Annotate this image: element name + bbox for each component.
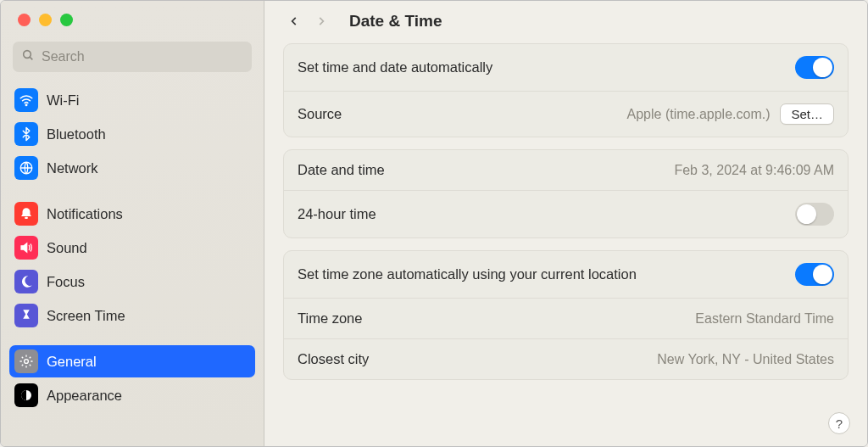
sidebar-item-notifications[interactable]: Notifications	[9, 198, 255, 230]
sidebar-item-label: Screen Time	[47, 308, 125, 324]
sidebar-item-network[interactable]: Network	[9, 152, 255, 184]
time-zone-label: Time zone	[298, 310, 362, 327]
wifi-icon	[14, 88, 38, 112]
row-24-hour: 24-hour time	[284, 190, 848, 237]
sidebar-item-appearance[interactable]: Appearance	[9, 379, 255, 411]
search-input[interactable]	[42, 49, 243, 64]
source-set-button[interactable]: Set…	[780, 103, 834, 125]
close-window-button[interactable]	[18, 14, 31, 26]
search-field[interactable]	[13, 42, 252, 72]
svg-rect-4	[25, 217, 28, 219]
sidebar-item-label: Wi-Fi	[47, 92, 79, 109]
zoom-window-button[interactable]	[60, 14, 73, 26]
sound-icon	[14, 236, 38, 260]
back-button[interactable]	[283, 11, 305, 31]
sidebar-item-label: General	[47, 354, 97, 370]
sidebar-item-label: Sound	[47, 240, 87, 256]
sidebar-list: Wi-Fi Bluetooth Network	[1, 81, 264, 413]
source-label: Source	[298, 106, 342, 122]
auto-tz-label: Set time zone automatically using your c…	[298, 266, 637, 282]
general-icon	[14, 349, 38, 373]
row-source: Source Apple (time.apple.com.) Set…	[284, 91, 848, 137]
date-time-value: Feb 3, 2024 at 9:46:09 AM	[674, 163, 834, 178]
auto-time-label: Set time and date automatically	[298, 59, 492, 75]
sidebar-item-screen-time[interactable]: Screen Time	[9, 299, 255, 332]
forward-button[interactable]	[310, 11, 332, 31]
source-value: Apple (time.apple.com.)	[627, 107, 771, 122]
svg-point-5	[25, 360, 29, 364]
date-time-label: Date and time	[298, 162, 385, 178]
auto-tz-toggle[interactable]	[795, 263, 834, 286]
bluetooth-icon	[14, 122, 38, 146]
auto-time-toggle[interactable]	[795, 56, 834, 79]
notifications-icon	[14, 202, 38, 226]
row-auto-time: Set time and date automatically	[284, 44, 848, 91]
sidebar-item-label: Notifications	[47, 206, 123, 222]
search-icon	[21, 48, 35, 65]
screentime-icon	[14, 304, 38, 327]
content-header: Date & Time	[264, 1, 867, 43]
24-hour-label: 24-hour time	[298, 206, 376, 222]
svg-point-0	[24, 51, 31, 59]
time-zone-panel: Set time zone automatically using your c…	[283, 250, 849, 380]
sidebar-item-focus[interactable]: Focus	[9, 265, 255, 298]
date-time-panel: Date and time Feb 3, 2024 at 9:46:09 AM …	[283, 149, 849, 238]
sidebar-item-wifi[interactable]: Wi-Fi	[9, 84, 255, 116]
window-controls	[1, 1, 264, 26]
help-button[interactable]: ?	[828, 412, 850, 434]
row-time-zone: Time zone Eastern Standard Time	[284, 298, 848, 338]
sidebar-item-bluetooth[interactable]: Bluetooth	[9, 118, 255, 150]
sidebar-item-general[interactable]: General	[9, 345, 255, 377]
24-hour-toggle[interactable]	[795, 203, 834, 226]
sidebar-item-label: Network	[47, 160, 98, 176]
page-title: Date & Time	[349, 12, 442, 31]
row-auto-tz: Set time zone automatically using your c…	[284, 251, 848, 298]
sidebar-item-label: Focus	[47, 274, 85, 290]
closest-city-value: New York, NY - United States	[657, 352, 834, 367]
minimize-window-button[interactable]	[39, 14, 52, 26]
sidebar: Wi-Fi Bluetooth Network	[1, 1, 264, 446]
row-date-time: Date and time Feb 3, 2024 at 9:46:09 AM	[284, 150, 848, 190]
appearance-icon	[14, 383, 38, 407]
sidebar-item-label: Bluetooth	[47, 126, 106, 142]
focus-icon	[14, 270, 38, 293]
svg-point-2	[25, 104, 27, 106]
svg-line-1	[30, 57, 32, 59]
content-pane: Date & Time Set time and date automatica…	[264, 1, 867, 446]
network-icon	[14, 156, 38, 180]
sidebar-item-sound[interactable]: Sound	[9, 232, 255, 264]
auto-time-panel: Set time and date automatically Source A…	[283, 43, 849, 137]
row-closest-city: Closest city New York, NY - United State…	[284, 338, 848, 379]
sidebar-item-label: Appearance	[47, 388, 122, 404]
time-zone-value: Eastern Standard Time	[695, 311, 834, 327]
closest-city-label: Closest city	[298, 351, 369, 367]
